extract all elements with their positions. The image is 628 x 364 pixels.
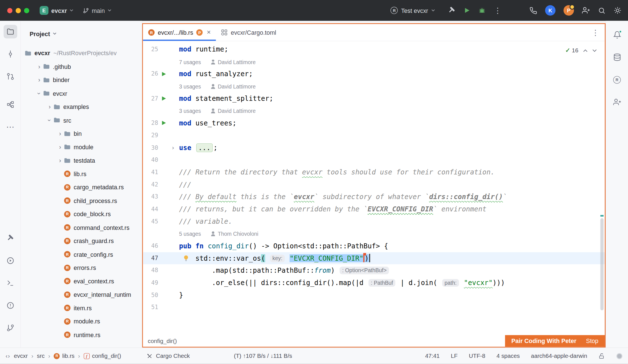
chevron-collapsed-icon[interactable]: › [56, 144, 64, 150]
problems-tool-button[interactable] [3, 299, 17, 312]
tree-item-module.rs[interactable]: Rmodule.rs [21, 315, 142, 328]
more-actions-button[interactable]: ⋮ [494, 7, 501, 14]
chevron-collapsed-icon[interactable]: › [56, 157, 64, 164]
run-gutter-icon[interactable] [158, 92, 169, 105]
tree-item-cargo_metadata.rs[interactable]: Rcargo_metadata.rs [21, 181, 142, 194]
network-speed[interactable]: (T) ↑107 B/s / ↓111 B/s [234, 353, 292, 359]
database-tool-button[interactable] [610, 50, 624, 64]
scrollbar-thumb[interactable] [600, 218, 603, 310]
code-hint-row[interactable]: 5 usagesThom Chiovoloni [143, 228, 605, 240]
fold-arrow-icon[interactable]: › [169, 141, 177, 154]
user-avatar-k[interactable]: K [545, 5, 555, 16]
minimize-window-button[interactable] [16, 8, 21, 13]
tree-item-eval_context.rs[interactable]: Reval_context.rs [21, 274, 142, 288]
chevron-collapsed-icon[interactable]: › [56, 130, 64, 137]
run-button[interactable] [464, 7, 470, 14]
tree-item-errors.rs[interactable]: Rerrors.rs [21, 261, 142, 274]
inspections-widget[interactable]: ✓ 16 [564, 46, 598, 55]
code-line[interactable]: 50} [143, 289, 605, 301]
tree-item-item.rs[interactable]: Ritem.rs [21, 301, 142, 315]
tree-item-evcxr_internal_runtim[interactable]: Revcxr_internal_runtim [21, 288, 142, 301]
breadcrumb-function[interactable]: fconfig_dir() [84, 353, 121, 359]
code-line[interactable]: 28mod use_trees; [143, 117, 605, 129]
call-button[interactable] [529, 7, 537, 14]
intention-bulb-icon[interactable] [183, 255, 189, 261]
stop-pair-coding-button[interactable]: Stop [586, 337, 598, 344]
code-line[interactable]: 41/// Return the directory that evcxr to… [143, 166, 605, 178]
tree-item-crate_config.rs[interactable]: Rcrate_config.rs [21, 248, 142, 261]
chevron-collapsed-icon[interactable]: › [35, 76, 43, 83]
run-configuration-selector[interactable]: R Test evcxr [387, 5, 438, 16]
code-line[interactable]: 47 std::env::var_os( key: "EVCXR_CONFIG_… [143, 252, 605, 264]
code-line[interactable]: 45/// variable. [143, 215, 605, 228]
tree-item-evcxr[interactable]: evcxr~/RustRoverProjects/ev [21, 46, 142, 60]
tree-item-.github[interactable]: ›.github [21, 60, 142, 73]
author-hint[interactable]: Thom Chiovoloni [218, 231, 259, 237]
code-line[interactable]: 26mod rust_analyzer; [143, 68, 605, 80]
tree-item-command_context.rs[interactable]: Rcommand_context.rs [21, 221, 142, 234]
breadcrumb-project[interactable]: evcxr [14, 353, 28, 359]
code-line[interactable]: 44/// returns, but it can be overridden … [143, 203, 605, 215]
editor-body[interactable]: 25mod runtime;7 usagesDavid Lattimore26m… [143, 41, 605, 335]
structure-tool-button[interactable] [3, 98, 17, 111]
project-selector[interactable]: E evcxr [36, 4, 76, 17]
tree-item-code_block.rs[interactable]: Rcode_block.rs [21, 207, 142, 221]
code-line[interactable]: 49 .or_else(|| dirs::config_dir().map(|d… [143, 277, 605, 289]
code-hint-row[interactable]: 7 usagesDavid Lattimore [143, 55, 605, 68]
notifications-button[interactable] [610, 28, 624, 42]
code-line[interactable]: 48 .map(std::path::PathBuf::from) : Opti… [143, 264, 605, 277]
usages-hint[interactable]: 3 usages [179, 108, 201, 114]
usages-hint[interactable]: 5 usages [179, 231, 201, 237]
previous-problem-icon[interactable] [583, 49, 588, 52]
toolchain[interactable]: aarch64-apple-darwin [531, 353, 587, 359]
tree-item-lib.rs[interactable]: Rlib.rs [21, 167, 142, 181]
tree-item-bin[interactable]: ›bin [21, 127, 142, 140]
services-tool-button[interactable] [3, 254, 17, 268]
line-separator[interactable]: LF [451, 353, 458, 359]
rust-tool-button[interactable]: R [610, 73, 624, 87]
build-button[interactable] [448, 6, 456, 15]
code-line[interactable]: 29 [143, 129, 605, 142]
user-avatar-p[interactable]: P [564, 5, 574, 16]
zoom-window-button[interactable] [24, 8, 29, 13]
chevron-expanded-icon[interactable]: › [36, 89, 43, 97]
breadcrumb-file[interactable]: Rlib.rs [54, 353, 75, 359]
tab-lib-rs[interactable]: R evcxr/.../lib.rs P × [143, 24, 216, 41]
code-hint-row[interactable]: 3 usagesDavid Lattimore [143, 105, 605, 117]
author-hint[interactable]: David Lattimore [218, 59, 256, 65]
tree-item-examples[interactable]: ›examples [21, 100, 142, 113]
chevron-expanded-icon[interactable]: › [46, 116, 53, 124]
build-tool-button[interactable] [3, 231, 17, 245]
file-encoding[interactable]: UTF-8 [469, 353, 485, 359]
code-line[interactable]: 51 [143, 301, 605, 314]
author-hint[interactable]: David Lattimore [218, 108, 256, 114]
run-gutter-icon[interactable] [158, 117, 169, 129]
more-tool-windows-button[interactable]: ⋯ [3, 120, 17, 134]
tree-item-evcxr[interactable]: ›evcxr [21, 87, 142, 100]
editor-scrollbar[interactable] [599, 41, 604, 335]
invite-user-button[interactable] [582, 6, 590, 15]
branch-selector[interactable]: main [80, 5, 115, 16]
settings-button[interactable] [614, 6, 622, 15]
write-access-button[interactable] [598, 353, 605, 359]
breadcrumb-src[interactable]: src [37, 353, 45, 359]
code-line[interactable]: 25mod runtime; [143, 43, 605, 55]
search-everywhere-button[interactable] [598, 7, 606, 14]
code-line[interactable]: 30›use ...; [143, 141, 605, 154]
progress-indicator[interactable] [617, 353, 622, 359]
tree-item-binder[interactable]: ›binder [21, 73, 142, 87]
code-hint-row[interactable]: 3 usagesDavid Lattimore [143, 80, 605, 92]
tree-item-src[interactable]: ›src [21, 113, 142, 127]
project-tool-button[interactable] [3, 25, 17, 39]
code-line[interactable]: 42/// [143, 178, 605, 191]
usages-hint[interactable]: 7 usages [179, 59, 201, 65]
close-icon[interactable]: × [207, 29, 211, 37]
code-line[interactable]: 43/// By default this is the `evcxr` sub… [143, 191, 605, 203]
context-breadcrumb[interactable]: config_dir() [143, 338, 177, 344]
tree-item-child_process.rs[interactable]: Rchild_process.rs [21, 194, 142, 207]
tree-item-module[interactable]: ›module [21, 140, 142, 154]
pull-requests-tool-button[interactable] [3, 70, 17, 83]
tree-item-crash_guard.rs[interactable]: Rcrash_guard.rs [21, 234, 142, 248]
version-control-tool-button[interactable] [3, 321, 17, 335]
terminal-tool-button[interactable] [3, 276, 17, 290]
